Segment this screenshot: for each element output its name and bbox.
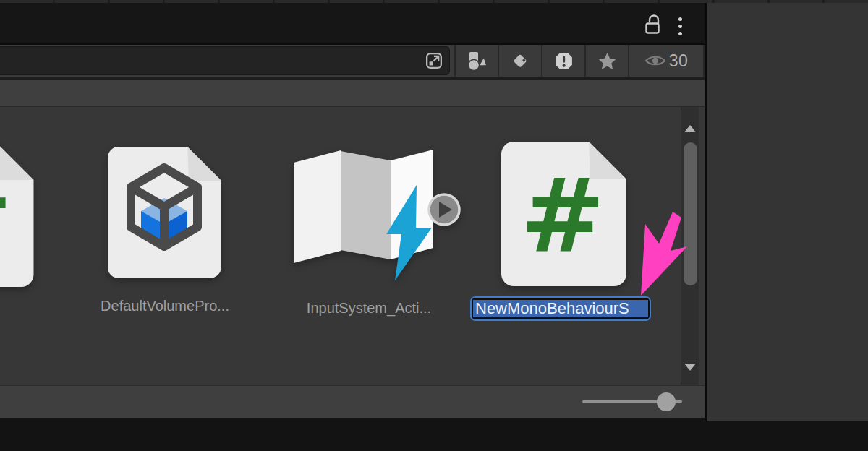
rename-input[interactable]: NewMonoBehaviourS (470, 296, 651, 321)
panel-titlebar (0, 3, 705, 43)
warning-filter-icon (554, 51, 574, 71)
adjacent-panel (707, 0, 868, 421)
visibility-count: 30 (669, 51, 689, 71)
asset-label: InputSystem_Acti... (276, 300, 461, 317)
search-filter-buttons: 30 (454, 45, 705, 77)
search-field[interactable] (0, 46, 450, 75)
asset-icon-script-partial[interactable]: # (0, 142, 35, 288)
unity-editor-screenshot: 30 # (0, 0, 868, 451)
label-filter-icon (511, 51, 530, 71)
window-top-edge (0, 0, 868, 3)
label-filter-button[interactable] (498, 45, 541, 77)
zoom-slider-knob[interactable] (657, 392, 676, 411)
asset-icon-input-actions[interactable] (292, 149, 465, 288)
open-in-new-icon[interactable] (423, 50, 445, 72)
csharp-hash-glyph: # (520, 157, 605, 275)
search-input[interactable] (0, 53, 423, 69)
favorites-button[interactable] (584, 45, 628, 77)
panel-divider[interactable] (705, 0, 707, 421)
asset-grid: # DefaultVolumePro... (0, 107, 705, 385)
visibility-eye-icon (644, 53, 666, 68)
type-filter-icon (466, 50, 488, 72)
project-panel: 30 # (0, 0, 705, 418)
type-filter-button[interactable] (454, 45, 498, 77)
scroll-down-arrow-icon[interactable] (684, 364, 696, 371)
csharp-hash-glyph: # (0, 158, 12, 275)
warning-filter-button[interactable] (541, 45, 584, 77)
asset-label: DefaultVolumePro... (72, 298, 258, 314)
favorites-star-icon (597, 51, 617, 71)
status-bar (0, 385, 705, 418)
search-toolbar: 30 (0, 45, 705, 77)
scroll-up-arrow-icon[interactable] (684, 125, 696, 132)
rename-selected-text: NewMonoBehaviourS (473, 300, 648, 317)
annotation-arrow-icon (633, 208, 691, 304)
asset-icon-script[interactable]: # (501, 141, 627, 287)
asset-icon-volume-profile[interactable] (107, 146, 222, 284)
visibility-toggle[interactable]: 30 (628, 45, 705, 77)
breadcrumb-bar (0, 80, 705, 107)
unlock-icon[interactable] (642, 12, 663, 35)
more-kebab-icon[interactable] (673, 13, 687, 39)
